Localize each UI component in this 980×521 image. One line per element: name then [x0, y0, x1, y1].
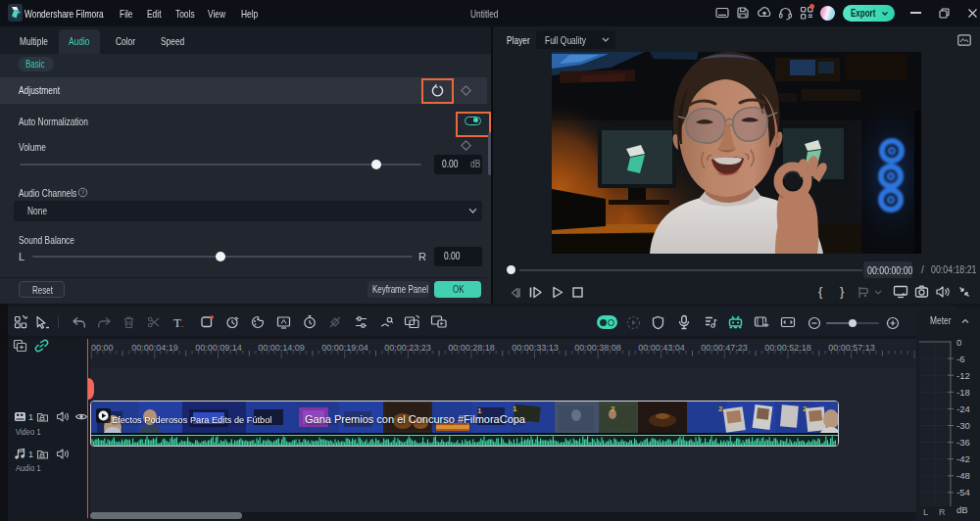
svg-text:?: ? — [81, 189, 85, 196]
